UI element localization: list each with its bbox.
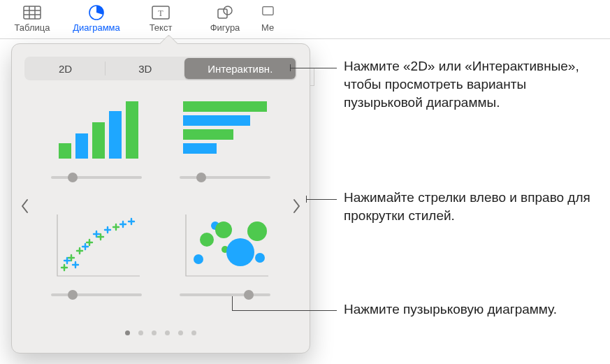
- chart-scatter-slider[interactable]: [51, 290, 142, 300]
- toolbar-chart[interactable]: Диаграмма: [64, 3, 129, 33]
- chart-column[interactable]: [41, 92, 152, 196]
- chevron-left-icon: [20, 198, 30, 214]
- svg-rect-19: [183, 143, 217, 154]
- svg-point-47: [200, 233, 214, 247]
- chart-styles-area: [16, 87, 305, 325]
- callout-leader: [290, 68, 337, 68]
- svg-point-53: [255, 253, 265, 263]
- svg-rect-17: [183, 115, 250, 126]
- chart-column-preview: [44, 92, 149, 167]
- next-style-button[interactable]: [289, 194, 304, 219]
- toolbar-table-label: Таблица: [15, 22, 50, 33]
- page-dot[interactable]: [178, 330, 183, 335]
- tab-2d[interactable]: 2D: [26, 58, 105, 79]
- callout-text-3: Нажмите пузырьковую диаграмму.: [344, 300, 595, 319]
- table-icon: [22, 4, 42, 21]
- tab-2d-label: 2D: [59, 63, 72, 75]
- tab-interactive-label: Интерактивн.: [208, 63, 273, 75]
- svg-rect-18: [183, 129, 233, 140]
- chart-icon: [87, 4, 106, 21]
- svg-rect-16: [183, 101, 267, 112]
- chart-scatter-preview: [44, 209, 149, 284]
- prev-style-button[interactable]: [17, 194, 33, 219]
- callout-leader: [306, 199, 337, 200]
- svg-rect-14: [109, 111, 122, 159]
- chart-scatter[interactable]: [41, 209, 152, 314]
- svg-point-46: [194, 254, 203, 264]
- page-dots[interactable]: [12, 330, 310, 335]
- toolbar-media-label: Ме: [261, 22, 274, 33]
- svg-rect-0: [24, 6, 41, 19]
- page-dot[interactable]: [152, 330, 157, 335]
- callout-leader: [232, 296, 233, 310]
- page-dot[interactable]: [138, 330, 143, 335]
- toolbar-media[interactable]: Ме: [257, 3, 285, 33]
- callout-leader: [232, 310, 337, 311]
- chevron-right-icon: [291, 198, 301, 214]
- toolbar-shape[interactable]: Фигура: [193, 3, 257, 33]
- toolbar-shape-label: Фигура: [210, 22, 240, 33]
- chart-bar-preview: [173, 92, 277, 167]
- toolbar: Таблица Диаграмма T Текст Фигура Ме: [0, 0, 610, 39]
- toolbar-table[interactable]: Таблица: [0, 3, 64, 33]
- tab-3d-label: 3D: [138, 63, 152, 75]
- page-dot[interactable]: [191, 330, 196, 335]
- chart-bubble[interactable]: [169, 209, 281, 314]
- chart-bar-slider[interactable]: [180, 173, 270, 182]
- chart-type-segmented: 2D 3D Интерактивн.: [24, 57, 297, 80]
- chart-popover: 2D 3D Интерактивн.: [11, 43, 310, 354]
- svg-point-51: [226, 238, 254, 266]
- callout-text-2: Нажимайте стрелки влево и вправо для про…: [344, 189, 595, 225]
- callout-leader: [290, 64, 291, 71]
- toolbar-text-label: Текст: [150, 22, 173, 33]
- shape-icon: [215, 4, 235, 21]
- chart-bar[interactable]: [169, 92, 281, 196]
- tab-3d[interactable]: 3D: [106, 58, 184, 79]
- edge-marker: [310, 68, 314, 86]
- svg-rect-12: [75, 133, 88, 159]
- svg-text:T: T: [158, 8, 164, 18]
- svg-point-9: [224, 6, 232, 15]
- svg-rect-13: [92, 122, 105, 159]
- callout-text-1: Нажмите «2D» или «Интерактивные», чтобы …: [344, 57, 595, 112]
- page-dot[interactable]: [165, 330, 170, 335]
- svg-point-52: [247, 221, 267, 241]
- callout-leader: [306, 196, 307, 203]
- svg-point-50: [215, 221, 232, 238]
- tab-interactive[interactable]: Интерактивн.: [184, 58, 296, 79]
- page-dot[interactable]: [125, 330, 130, 335]
- svg-rect-15: [126, 101, 138, 159]
- toolbar-text[interactable]: T Текст: [129, 3, 193, 33]
- chart-bubble-preview: [173, 209, 277, 284]
- chart-column-slider[interactable]: [51, 173, 142, 182]
- chart-grid: [38, 92, 283, 314]
- chart-bubble-slider[interactable]: [180, 290, 270, 300]
- toolbar-chart-label: Диаграмма: [73, 22, 120, 33]
- text-icon: T: [151, 4, 170, 21]
- svg-rect-11: [59, 143, 71, 159]
- svg-rect-10: [263, 7, 273, 15]
- media-icon: [260, 4, 279, 21]
